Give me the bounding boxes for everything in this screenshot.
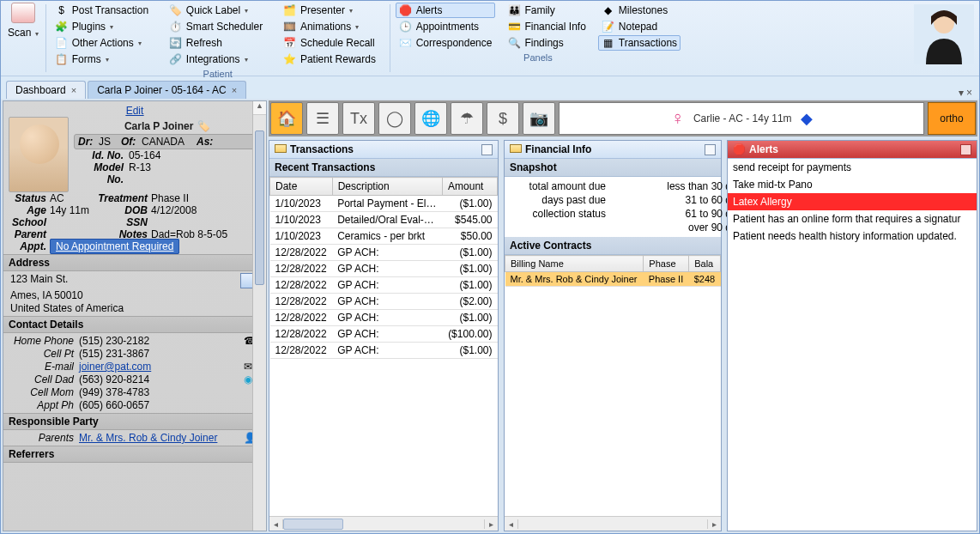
ribbon-forms[interactable]: 📋Forms▾: [51, 52, 157, 67]
ribbon-milestones[interactable]: ◆Milestones: [598, 3, 681, 18]
milestones-icon: ◆: [602, 3, 615, 17]
integrations-icon: 🔗: [169, 52, 183, 66]
ribbon-post-transaction[interactable]: $Post Transaction: [51, 3, 157, 18]
alerts-icon: 🛑: [399, 3, 413, 17]
animations-icon: 🎞️: [283, 20, 297, 33]
appointments-icon: 🕒: [399, 20, 413, 33]
ribbon-correspondence[interactable]: ✉️Correspondence: [396, 35, 496, 51]
transactions-icon: ▦: [602, 36, 615, 50]
ribbon-refresh[interactable]: 🔄Refresh: [166, 35, 271, 51]
ribbon-notepad[interactable]: 📝Notepad: [598, 19, 681, 34]
column-header[interactable]: Date: [270, 178, 333, 196]
alert-item[interactable]: Take mid-tx Pano: [728, 176, 977, 193]
scan-button[interactable]: Scan ▾: [1, 1, 45, 76]
globe-button[interactable]: 🌐: [414, 102, 447, 135]
tab-overflow[interactable]: ▾ ×: [952, 87, 979, 99]
responsible-party-header: Responsible Party: [3, 413, 266, 430]
patient-photo[interactable]: [9, 117, 69, 192]
alerts-panel: 🛑Alerts send receipt for paymentsTake mi…: [727, 140, 977, 531]
address-line: 123 Main St.: [10, 273, 68, 288]
user-avatar: [914, 4, 974, 64]
close-icon[interactable]: ×: [232, 85, 237, 95]
tag-icon: 🏷️: [197, 120, 210, 132]
alert-item[interactable]: Patient has an online form that requires…: [728, 210, 977, 228]
patient-rewards-icon: ⭐: [283, 52, 297, 66]
table-row[interactable]: 12/28/2022GP ACH:($1.00): [270, 310, 498, 326]
column-header[interactable]: Billing Name: [505, 256, 644, 272]
table-row[interactable]: 12/28/2022GP ACH:($1.00): [270, 277, 498, 294]
ribbon-findings[interactable]: 🔍Findings: [504, 35, 589, 51]
horizontal-scrollbar[interactable]: ◂▸: [269, 516, 498, 531]
notepad-icon: 📝: [602, 20, 615, 33]
panel-toggle[interactable]: [960, 144, 971, 155]
camera-button[interactable]: 📷: [523, 102, 555, 135]
table-row[interactable]: 1/10/2023Portal Payment - El…($1.00): [270, 196, 498, 212]
correspondence-icon: ✉️: [399, 36, 413, 50]
ribbon-quick-label[interactable]: 🏷️Quick Label▾: [166, 3, 271, 18]
financial-info-icon: 💳: [507, 20, 521, 33]
close-icon[interactable]: ×: [71, 85, 76, 95]
table-row[interactable]: 12/28/2022GP ACH:($1.00): [270, 261, 498, 277]
forms-icon: 📋: [55, 52, 69, 66]
table-row[interactable]: 1/10/2023Detailed/Oral Eval-…$545.00: [270, 212, 498, 228]
ribbon-alerts[interactable]: 🛑Alerts: [396, 3, 496, 18]
table-row[interactable]: 1/10/2023Ceramics - per brkt$50.00: [270, 228, 498, 245]
ribbon-other-actions[interactable]: 📄Other Actions▾: [51, 35, 157, 51]
appointment-link[interactable]: No Appointment Required: [50, 239, 179, 254]
email-link[interactable]: joiner@pat.com: [79, 361, 244, 373]
ribbon-transactions[interactable]: ▦Transactions: [598, 35, 681, 51]
table-row[interactable]: 12/28/2022GP ACH:($1.00): [270, 245, 498, 261]
alert-item[interactable]: Patient needs health history information…: [728, 228, 977, 245]
ribbon-patient-rewards[interactable]: ⭐Patient Rewards: [280, 52, 384, 67]
table-row[interactable]: 12/28/2022GP ACH:($100.00): [270, 326, 498, 343]
plugins-icon: 🧩: [55, 20, 69, 33]
alert-item[interactable]: Latex Allergy: [728, 193, 977, 210]
chart-button[interactable]: ☰: [306, 102, 339, 135]
table-row[interactable]: Mr. & Mrs. Rob & Cindy JoinerPhase II$24…: [505, 272, 721, 287]
tab-dashboard[interactable]: Dashboard×: [6, 81, 86, 99]
column-header[interactable]: Amount: [443, 178, 498, 196]
ribbon-schedule-recall[interactable]: 📅Schedule Recall: [280, 35, 384, 51]
column-header[interactable]: Bala: [689, 256, 721, 272]
tx-button[interactable]: Tx: [342, 102, 375, 135]
money-button[interactable]: $: [487, 102, 519, 135]
document-tabs: Dashboard× Carla P Joiner - 05-164 - AC×…: [1, 78, 979, 99]
schedule-recall-icon: 📅: [283, 36, 297, 50]
contracts-header: Active Contracts: [505, 237, 721, 255]
patient-pane: Edit Carla P Joiner 🏷️ Dr:JS Of:CANADA A…: [3, 100, 267, 531]
key-button[interactable]: ◯: [378, 102, 411, 135]
panel-toggle[interactable]: [705, 144, 716, 155]
ribbon: Scan ▾ $Post Transaction🏷️Quick Label▾🗂️…: [1, 1, 979, 76]
ribbon-financial-info[interactable]: 💳Financial Info: [504, 19, 589, 34]
table-row[interactable]: 12/28/2022GP ACH:($2.00): [270, 294, 498, 310]
address-header: Address: [3, 254, 266, 271]
ribbon-family[interactable]: 👪Family: [504, 3, 589, 18]
horizontal-scrollbar[interactable]: ◂▸: [505, 516, 721, 531]
umbrella-button[interactable]: ☂: [451, 102, 483, 135]
ribbon-appointments[interactable]: 🕒Appointments: [396, 19, 496, 34]
column-header[interactable]: Description: [332, 178, 442, 196]
ortho-button[interactable]: ortho: [928, 102, 976, 135]
alert-item[interactable]: send receipt for payments: [728, 159, 977, 176]
ribbon-animations[interactable]: 🎞️Animations▾: [280, 19, 384, 34]
ribbon-smart-scheduler[interactable]: ⏱️Smart Scheduler: [166, 19, 271, 34]
panel-toggle[interactable]: [481, 144, 493, 155]
edit-link[interactable]: Edit: [126, 105, 144, 117]
ribbon-plugins[interactable]: 🧩Plugins▾: [51, 19, 157, 34]
contact-header: Contact Details: [3, 316, 266, 333]
patient-toolbar: 🏠 ☰ Tx ◯ 🌐 ☂ $ 📷 ♀ Carlie - AC - 14y 11m…: [269, 100, 977, 137]
column-header[interactable]: Phase: [644, 256, 689, 272]
quick-label-icon: 🏷️: [169, 3, 183, 17]
responsible-party-link[interactable]: Mr. & Mrs. Rob & Cindy Joiner: [79, 432, 244, 444]
table-row[interactable]: 12/28/2022GP ACH:($1.00): [270, 343, 498, 359]
smart-scheduler-icon: ⏱️: [169, 20, 183, 33]
tab-patient[interactable]: Carla P Joiner - 05-164 - AC×: [88, 81, 246, 99]
home-button[interactable]: 🏠: [270, 102, 303, 135]
snapshot-header: Snapshot: [505, 159, 721, 177]
financial-icon: [510, 144, 522, 153]
ribbon-integrations[interactable]: 🔗Integrations▾: [166, 52, 271, 67]
vertical-scrollbar[interactable]: ▲: [252, 101, 266, 531]
ribbon-presenter[interactable]: 🗂️Presenter▾: [280, 3, 384, 18]
patient-banner: ♀ Carlie - AC - 14y 11m ◆: [559, 102, 924, 135]
refresh-icon: 🔄: [169, 36, 183, 50]
